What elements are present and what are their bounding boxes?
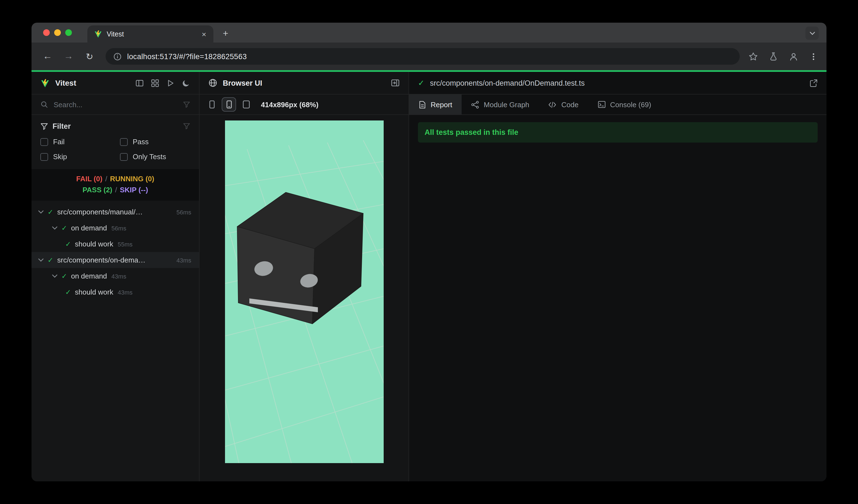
close-window-button[interactable] (43, 29, 50, 36)
browser-toolbar: ← → ↻ localhost:5173/#/?file=1828625563 (32, 43, 826, 70)
tab-close-icon[interactable]: × (199, 29, 209, 39)
app-name: Vitest (55, 79, 76, 87)
bookmark-star-icon[interactable] (749, 52, 758, 61)
browser-ui-header: Browser UI (200, 72, 409, 95)
test-file-row-selected[interactable]: ✓ src/components/on-dema… 43ms (32, 252, 199, 268)
pass-check-icon: ✓ (65, 240, 71, 248)
pass-check-icon: ✓ (65, 288, 71, 296)
sidebar-header: Vitest (32, 72, 199, 95)
test-suite-row[interactable]: ✓ on demand 56ms (32, 220, 199, 236)
tested-app-viewport[interactable] (200, 115, 409, 481)
vitest-logo-icon (41, 78, 50, 87)
browser-tab-strip: Vitest × + (32, 23, 826, 43)
tab-title: Vitest (107, 30, 195, 38)
desktop-background: Vitest × + ← → ↻ localhost:5173/#/?file=… (0, 0, 858, 504)
collapse-panels-icon[interactable] (136, 79, 144, 87)
browser-ui-title: Browser UI (223, 79, 262, 87)
tab-search-button[interactable] (806, 27, 819, 40)
report-header: ✓ src/components/on-demand/OnDemand.test… (409, 72, 826, 95)
pass-check-icon: ✓ (61, 272, 67, 280)
dark-mode-moon-icon[interactable] (182, 79, 190, 87)
open-external-icon[interactable] (809, 79, 817, 87)
test-case-row[interactable]: ✓ should work 55ms (32, 236, 199, 252)
filter-only-tests[interactable]: Only Tests (120, 152, 190, 161)
small-phone-device-icon[interactable] (208, 100, 216, 109)
address-bar[interactable]: localhost:5173/#/?file=1828625563 (106, 48, 740, 65)
filter-funnel-icon (41, 123, 48, 130)
profile-avatar-icon[interactable] (789, 52, 798, 61)
pass-checkbox[interactable] (120, 138, 128, 146)
tab-module-graph[interactable]: Module Graph (462, 95, 539, 114)
chevron-down-icon (809, 31, 815, 35)
forward-button[interactable]: → (61, 49, 76, 64)
pass-check-icon: ✓ (418, 79, 424, 87)
pass-check-icon: ✓ (48, 256, 53, 264)
chevron-down-icon[interactable] (52, 274, 58, 278)
back-button[interactable]: ← (41, 49, 55, 64)
pass-check-icon: ✓ (48, 208, 53, 216)
run-all-tests-icon[interactable] (166, 79, 175, 87)
test-explorer-pane: Vitest (32, 72, 200, 481)
test-tree: ✓ src/components/manual/… 56ms ✓ on dema… (32, 200, 199, 481)
pass-check-icon: ✓ (61, 224, 67, 232)
test-case-row[interactable]: ✓ should work 43ms (32, 284, 199, 300)
browser-window: Vitest × + ← → ↻ localhost:5173/#/?file=… (32, 23, 826, 481)
summary-line-2: PASS (2)/SKIP (--) (32, 184, 199, 196)
fail-checkbox[interactable] (41, 138, 48, 146)
reload-button[interactable]: ↻ (82, 49, 97, 64)
browser-ui-pane: Browser UI 414x896px (68%) (200, 72, 409, 481)
url-text[interactable]: localhost:5173/#/?file=1828625563 (127, 52, 247, 61)
filter-title: Filter (52, 122, 71, 130)
report-file-icon (418, 100, 426, 109)
open-in-panel-icon[interactable] (391, 79, 400, 87)
chevron-down-icon[interactable] (38, 258, 44, 262)
globe-icon (208, 79, 217, 87)
tab-report[interactable]: Report (409, 95, 462, 114)
only-tests-checkbox[interactable] (120, 153, 128, 161)
phone-device-icon (225, 100, 233, 109)
tablet-device-icon[interactable] (242, 100, 251, 109)
code-icon (548, 101, 557, 108)
site-info-icon[interactable] (113, 52, 122, 61)
new-tab-button[interactable]: + (218, 26, 233, 42)
experiments-flask-icon[interactable] (769, 52, 778, 61)
vitest-ui: Vitest (32, 72, 826, 481)
dashboard-icon[interactable] (151, 79, 159, 87)
browser-tab[interactable]: Vitest × (88, 26, 213, 43)
test-file-path: src/components/on-demand/OnDemand.test.t… (430, 79, 585, 87)
filter-panel: Filter Fail Pass (32, 115, 199, 169)
clear-filter-icon[interactable] (183, 123, 190, 130)
vitest-favicon-icon (94, 30, 102, 38)
phone-device-selected[interactable] (222, 97, 236, 112)
viewport-size-label: 414x896px (68%) (261, 100, 318, 109)
skip-checkbox[interactable] (41, 153, 48, 161)
test-summary: FAIL (0)/RUNNING (0) PASS (2)/SKIP (--) (32, 169, 199, 200)
search-icon (41, 101, 48, 108)
search-filter-icon[interactable] (183, 101, 190, 108)
window-controls (32, 23, 75, 43)
chevron-down-icon[interactable] (52, 226, 58, 230)
module-graph-icon (471, 100, 479, 109)
filter-fail[interactable]: Fail (41, 137, 120, 146)
zoom-window-button[interactable] (65, 29, 72, 36)
summary-line-1: FAIL (0)/RUNNING (0) (32, 174, 199, 184)
tab-code[interactable]: Code (539, 95, 588, 114)
report-pane: ✓ src/components/on-demand/OnDemand.test… (409, 72, 826, 481)
browser-menu-icon[interactable] (809, 52, 817, 61)
search-bar (32, 95, 199, 115)
device-toolbar: 414x896px (68%) (200, 95, 409, 115)
console-icon (597, 101, 606, 108)
all-tests-passed-banner: All tests passed in this file (418, 122, 817, 143)
report-tabs: Report Module Graph Code Console (69) (409, 95, 826, 115)
test-file-row[interactable]: ✓ src/components/manual/… 56ms (32, 204, 199, 220)
chevron-down-icon[interactable] (38, 210, 44, 214)
tab-console[interactable]: Console (69) (588, 95, 661, 114)
three-d-scene (225, 120, 383, 463)
filter-skip[interactable]: Skip (41, 152, 120, 161)
test-suite-row[interactable]: ✓ on demand 43ms (32, 268, 199, 284)
minimize-window-button[interactable] (54, 29, 61, 36)
filter-pass[interactable]: Pass (120, 137, 190, 146)
search-input[interactable] (54, 100, 177, 109)
